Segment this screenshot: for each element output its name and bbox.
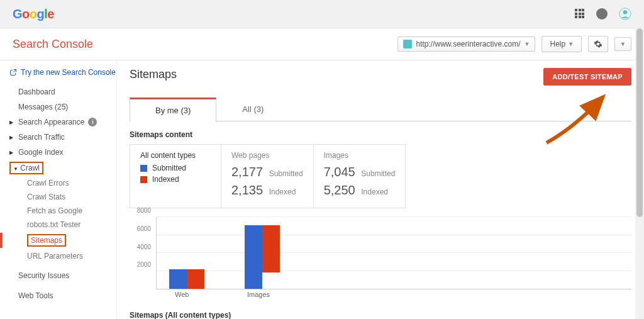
section-title-table: Sitemaps (All content types) xyxy=(130,311,631,319)
content-area: Try the new Search Console Dashboard Mes… xyxy=(0,60,644,319)
tab-by-me[interactable]: By me (3) xyxy=(130,98,216,121)
new-console-link[interactable]: Try the new Search Console xyxy=(9,68,116,77)
web-pages-cell: Web pages 2,177 Submitted 2,135 Indexed xyxy=(221,145,314,208)
metric-sublabel: Submitted xyxy=(361,169,395,178)
top-icons xyxy=(575,8,631,20)
help-button[interactable]: Help ▼ xyxy=(541,36,582,52)
images-label: Images xyxy=(324,151,396,160)
apps-icon[interactable] xyxy=(575,9,585,19)
metric-value: 2,177 xyxy=(231,165,263,179)
tab-all[interactable]: All (3) xyxy=(216,98,289,121)
sidebar-item-crawl-errors[interactable]: Crawl Errors xyxy=(27,176,116,190)
web-pages-label: Web pages xyxy=(231,151,303,160)
legend-title: All content types xyxy=(140,151,211,160)
notifications-icon[interactable] xyxy=(596,8,608,20)
product-name[interactable]: Search Console xyxy=(13,38,93,51)
sidebar-item-crawl[interactable]: ▼ Crawl xyxy=(9,162,43,174)
gear-icon xyxy=(594,40,602,48)
chart-y-axis: 2000 4000 6000 8000 xyxy=(130,217,155,289)
property-url: http://www.seerinteractive.com/ xyxy=(416,40,520,48)
x-tick: Images xyxy=(247,291,270,298)
x-tick: Web xyxy=(175,291,189,298)
nav-label: Crawl xyxy=(20,164,40,172)
sitemaps-chart: 2000 4000 6000 8000 xyxy=(130,217,631,302)
legend-indexed: Indexed xyxy=(140,175,211,184)
sidebar-item-dashboard[interactable]: Dashboard xyxy=(9,84,116,99)
swatch-blue-icon xyxy=(140,165,147,172)
google-logo[interactable]: Google xyxy=(13,7,54,21)
y-tick: 2000 xyxy=(137,261,151,268)
bar-group-images xyxy=(245,225,280,289)
sidebar-item-search-traffic[interactable]: ▶ Search Traffic xyxy=(9,130,116,145)
arrow-down-icon: ▼ xyxy=(13,166,18,172)
images-indexed-metric: 5,250 Indexed xyxy=(324,183,396,198)
favicon-icon xyxy=(403,40,412,48)
images-submitted-metric: 7,045 Submitted xyxy=(324,165,396,179)
swatch-red-icon xyxy=(140,176,147,183)
info-icon[interactable]: i xyxy=(88,118,97,126)
chevron-down-icon: ▼ xyxy=(525,41,530,47)
sidebar-item-search-appearance[interactable]: ▶ Search Appearance i xyxy=(9,115,116,130)
summary-row: All content types Submitted Indexed Web … xyxy=(130,144,406,208)
chevron-down-icon: ▼ xyxy=(620,41,626,47)
tabs: By me (3) All (3) xyxy=(130,97,631,121)
new-console-label: Try the new Search Console xyxy=(21,68,116,77)
sidebar-item-sitemaps[interactable]: Sitemaps xyxy=(27,234,66,247)
y-tick: 8000 xyxy=(137,207,151,214)
add-test-sitemap-button[interactable]: ADD/TEST SITEMAP xyxy=(543,68,631,86)
metric-value: 2,135 xyxy=(231,183,263,197)
chart-plot xyxy=(156,217,631,289)
sidebar-item-sitemaps-wrapper: Sitemaps xyxy=(27,232,116,249)
legend-label: Submitted xyxy=(152,164,186,172)
bar-images-submitted xyxy=(245,225,262,289)
web-submitted-metric: 2,177 Submitted xyxy=(231,165,303,179)
chevron-down-icon: ▼ xyxy=(568,41,574,47)
metric-value: 7,045 xyxy=(324,165,355,179)
sidebar-item-crawl-stats[interactable]: Crawl Stats xyxy=(27,190,116,204)
nav-label: Google Index xyxy=(18,148,63,157)
legend-submitted: Submitted xyxy=(140,164,211,172)
arrow-right-icon: ▶ xyxy=(9,135,14,140)
page-title: Sitemaps xyxy=(130,68,177,81)
main-panel: Sitemaps ADD/TEST SITEMAP By me (3) All … xyxy=(116,60,644,319)
sidebar-item-crawl-wrapper: ▼ Crawl xyxy=(9,160,116,176)
metric-value: 5,250 xyxy=(324,183,355,197)
legend-cell: All content types Submitted Indexed xyxy=(130,145,221,208)
y-tick: 6000 xyxy=(137,225,151,232)
sub-header: Search Console http://www.seerinteractiv… xyxy=(0,28,644,60)
y-tick: 4000 xyxy=(137,243,151,250)
svg-point-1 xyxy=(623,10,628,14)
bar-web-indexed xyxy=(187,269,204,289)
external-link-icon xyxy=(9,69,17,76)
top-header: Google xyxy=(0,0,644,28)
sidebar-item-url-parameters[interactable]: URL Parameters xyxy=(27,249,116,263)
nav-label: Search Traffic xyxy=(18,133,65,142)
sidebar-item-google-index[interactable]: ▶ Google Index xyxy=(9,145,116,160)
main-header: Sitemaps ADD/TEST SITEMAP xyxy=(130,68,631,86)
bar-group-web xyxy=(169,269,204,289)
metric-sublabel: Submitted xyxy=(269,169,303,178)
arrow-right-icon: ▶ xyxy=(9,120,14,125)
scrollbar-thumb[interactable] xyxy=(636,28,643,217)
sidebar: Try the new Search Console Dashboard Mes… xyxy=(0,60,116,319)
crawl-submenu: Crawl Errors Crawl Stats Fetch as Google… xyxy=(9,176,116,263)
settings-button[interactable] xyxy=(588,36,608,52)
property-selector[interactable]: http://www.seerinteractive.com/ ▼ xyxy=(397,36,535,52)
arrow-right-icon: ▶ xyxy=(9,150,14,155)
scrollbar[interactable] xyxy=(635,0,644,319)
sidebar-item-web-tools[interactable]: Web Tools xyxy=(9,288,116,303)
legend-label: Indexed xyxy=(152,175,179,184)
sidebar-item-fetch-as-google[interactable]: Fetch as Google xyxy=(27,204,116,218)
avatar-icon[interactable] xyxy=(619,8,631,20)
sidebar-item-robots-tester[interactable]: robots.txt Tester xyxy=(27,218,116,232)
metric-sublabel: Indexed xyxy=(269,187,296,196)
sidebar-item-security[interactable]: Security Issues xyxy=(9,268,116,283)
nav-label: Search Appearance xyxy=(18,118,84,126)
help-label: Help xyxy=(550,40,565,48)
bar-web-submitted xyxy=(169,269,187,289)
metric-sublabel: Indexed xyxy=(361,187,388,196)
web-indexed-metric: 2,135 Indexed xyxy=(231,183,303,198)
settings-dropdown-button[interactable]: ▼ xyxy=(614,37,631,51)
sub-header-right: http://www.seerinteractive.com/ ▼ Help ▼… xyxy=(397,36,631,52)
sidebar-item-messages[interactable]: Messages (25) xyxy=(9,99,116,115)
